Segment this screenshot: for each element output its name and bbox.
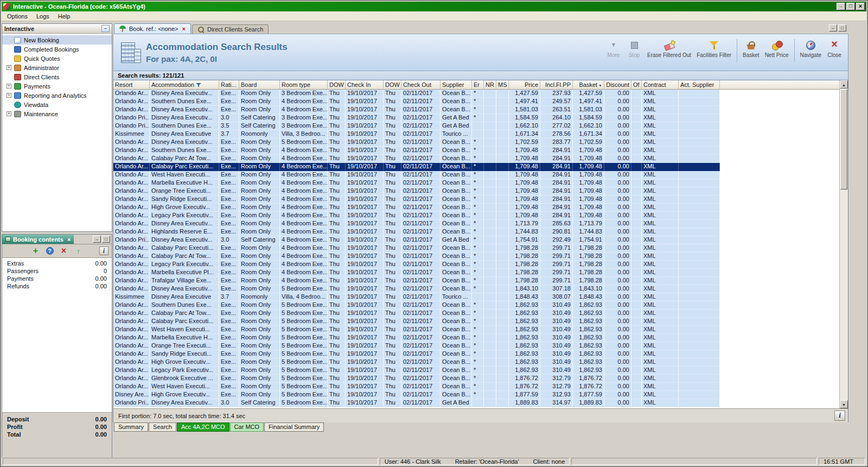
table-row[interactable]: Orlando Ar...Calabay Parc Executi...Exe.…	[113, 318, 720, 326]
add-icon[interactable]	[31, 247, 40, 255]
table-row[interactable]: Orlando Ar...Marbella Executive H...Exe.…	[113, 334, 720, 342]
column-header-nr[interactable]: NR	[484, 80, 496, 90]
sidebar-item-reporting-and-analytics[interactable]: Reporting and Analytics	[2, 91, 112, 100]
column-header-rati[interactable]: Rati...	[219, 80, 239, 90]
table-row[interactable]: Orlando Ar...Disney Area Executiv...Exe.…	[113, 106, 720, 114]
column-header-dow[interactable]: DOW	[384, 80, 401, 90]
sidebar-item-viewdata[interactable]: Viewdata	[2, 100, 112, 109]
column-header-ms[interactable]: MS	[496, 80, 509, 90]
table-row[interactable]: Orlando Ar...West Haven Executi...Exe...…	[113, 383, 720, 391]
table-row[interactable]: Orlando Ar...Marbella Executive H...Exe.…	[113, 179, 720, 187]
column-header-incl-fl-pp[interactable]: Incl.Fl.PP	[540, 80, 573, 90]
table-row[interactable]: Orlando Pri...Disney Area Executiv...3.0…	[113, 236, 720, 244]
table-row[interactable]: Orlando Ar...Sandy Ridge Executi...Exe..…	[113, 350, 720, 358]
collapse-panel-button[interactable]	[101, 25, 110, 32]
info-button[interactable]	[834, 411, 845, 421]
mdi-minimize-button[interactable]	[829, 24, 837, 31]
tab-direct-clients-search[interactable]: Direct Clients Search	[192, 24, 269, 34]
vertical-scrollbar[interactable]	[839, 80, 848, 408]
facilities-filter-button[interactable]: Facilities Filter	[694, 39, 734, 58]
bottom-tab-acc-4a-2c-mco[interactable]: Acc 4A,2C MCO	[177, 422, 229, 432]
table-row[interactable]: Orlando Ar...Calabay Parc Executi...Exe.…	[113, 244, 720, 253]
table-row[interactable]: Orlando Ar...Southern Dunes Exe...Exe...…	[113, 98, 720, 106]
menu-help[interactable]: Help	[54, 12, 75, 21]
sidebar-item-new-booking[interactable]: New Booking	[2, 35, 112, 45]
table-row[interactable]: Orlando Ar...Legacy Park Executiv...Exe.…	[113, 261, 720, 269]
basket-button[interactable]: Basket	[740, 39, 762, 58]
table-row[interactable]: Orlando Ar...Calabay Parc At Tow...Exe..…	[113, 155, 720, 163]
sidebar-item-maintenance[interactable]: Maintenance	[2, 109, 112, 118]
scroll-down-icon[interactable]	[840, 400, 848, 408]
bottom-tab-car-mco[interactable]: Car MCO	[230, 422, 264, 432]
column-header-resort[interactable]: Resort	[113, 80, 150, 90]
sidebar-item-payments[interactable]: Payments	[2, 81, 112, 91]
table-row[interactable]: Orlando Ar...Glenbrook Executive ...Exe.…	[113, 375, 720, 383]
table-row[interactable]: Orlando Ar...Orange Tree Executi...Exe..…	[113, 342, 720, 350]
maximize-button[interactable]	[846, 3, 855, 10]
column-header-discount[interactable]: Discount	[604, 80, 631, 90]
sidebar-item-completed-bookings[interactable]: Completed Bookings	[2, 45, 112, 54]
table-row[interactable]: Orlando Ar...Highlands Reserve E...Exe..…	[113, 228, 720, 236]
scroll-up-icon[interactable]	[840, 80, 848, 89]
bottom-tab-search[interactable]: Search	[149, 422, 176, 432]
stop-button[interactable]: Stop	[624, 39, 644, 58]
scrollbar-thumb[interactable]	[840, 89, 847, 190]
globe-help-icon[interactable]	[46, 247, 54, 255]
table-row[interactable]: Orlando Ar...Legacy Park Executiv...Exe.…	[113, 367, 720, 375]
panel-minimize-button[interactable]	[93, 236, 101, 243]
table-row[interactable]: Orlando Ar...Calabay Parc At Tow...Exe..…	[113, 253, 720, 261]
table-row[interactable]: Orlando Ar...High Grove Executiv...Exe..…	[113, 358, 720, 367]
table-row[interactable]: Orlando Ar...West Haven Executi...Exe...…	[113, 171, 720, 179]
expand-icon[interactable]	[7, 93, 11, 98]
menu-options[interactable]: Options	[3, 12, 32, 21]
table-row[interactable]: Disney Are...High Grove Executiv...Exe..…	[113, 391, 720, 399]
expand-icon[interactable]	[7, 111, 11, 116]
table-row[interactable]: Orlando Ar...Legacy Park Executiv...Exe.…	[113, 212, 720, 220]
column-header-accommodation[interactable]: Accommodation	[150, 80, 219, 90]
mdi-restore-button[interactable]	[838, 24, 846, 31]
column-header-supplier[interactable]: Supplier	[441, 80, 472, 90]
table-row[interactable]: Orlando Ar...Orange Tree Executi...Exe..…	[113, 187, 720, 195]
table-row[interactable]: Orlando Ar...Trafalgar Village Exe...Exe…	[113, 277, 720, 285]
table-row[interactable]: Orlando Pri...Disney Area Executiv...3.0…	[113, 114, 720, 122]
menu-logs[interactable]: Logs	[32, 12, 54, 21]
sidebar-item-quick-quotes[interactable]: Quick Quotes	[2, 54, 112, 63]
column-header-room-type[interactable]: Room type	[280, 80, 328, 90]
column-header-board[interactable]: Board	[239, 80, 280, 90]
table-row[interactable]: Orlando Ar...Disney Area Executiv...Exe.…	[113, 138, 720, 147]
close-button[interactable]: Close	[824, 39, 845, 58]
table-row[interactable]: Orlando Ar...Disney Area Executiv...Exe.…	[113, 90, 720, 98]
erase-filtered-out-button[interactable]: Erase Filtered Out	[644, 39, 694, 58]
table-row[interactable]: KissimmeeDisney Area Executive3.7Roomonl…	[113, 130, 720, 138]
column-header-price[interactable]: Price	[509, 80, 540, 90]
tab-close-icon[interactable]	[182, 26, 186, 32]
table-row[interactable]: Orlando Ar...Disney Area Executiv...Exe.…	[113, 285, 720, 293]
tab-book-ref-none[interactable]: Book. ref.: <none>	[114, 23, 191, 34]
table-row[interactable]: KissimmeeDisney Area Executive3.7Roomonl…	[113, 293, 720, 301]
sidebar-item-direct-clients[interactable]: Direct Clients	[2, 72, 112, 81]
column-header-contract[interactable]: Contract	[642, 80, 679, 90]
panel-restore-button[interactable]	[102, 236, 110, 243]
navigate-button[interactable]: Navigate	[797, 39, 824, 58]
close-window-button[interactable]	[856, 3, 865, 10]
info-icon[interactable]	[99, 247, 108, 255]
close-panel-icon[interactable]	[67, 236, 71, 243]
table-row[interactable]: Orlando Pri...Southern Dunes Exe...3.5Se…	[113, 122, 720, 130]
column-header-of[interactable]: Of	[631, 80, 642, 90]
table-row[interactable]: Orlando Ar...Southern Dunes Exe...Exe...…	[113, 301, 720, 310]
column-header-check-out[interactable]: Check Out	[401, 80, 441, 90]
expand-icon[interactable]	[7, 65, 11, 70]
bottom-tab-summary[interactable]: Summary	[114, 422, 148, 432]
more-button[interactable]: More	[603, 39, 624, 58]
table-row[interactable]: Orlando Ar...Sandy Ridge Executi...Exe..…	[113, 195, 720, 204]
upload-icon[interactable]	[74, 247, 83, 255]
table-row[interactable]: Orlando Ar...West Haven Executi...Exe...…	[113, 326, 720, 334]
minimize-button[interactable]	[837, 3, 845, 10]
scrollbar-track[interactable]	[840, 190, 848, 400]
table-row[interactable]: Orlando Pri...Disney Area Executiv...3.0…	[113, 399, 720, 407]
booking-contents-tab[interactable]: Booking contents	[2, 235, 74, 244]
column-header-basket[interactable]: Basket	[573, 80, 604, 90]
column-header-dow[interactable]: DOW	[328, 80, 346, 90]
table-row[interactable]: Orlando Ar...Marbella Executive Pl...Exe…	[113, 269, 720, 277]
column-header-act-supplier[interactable]: Act. Supplier	[679, 80, 720, 90]
